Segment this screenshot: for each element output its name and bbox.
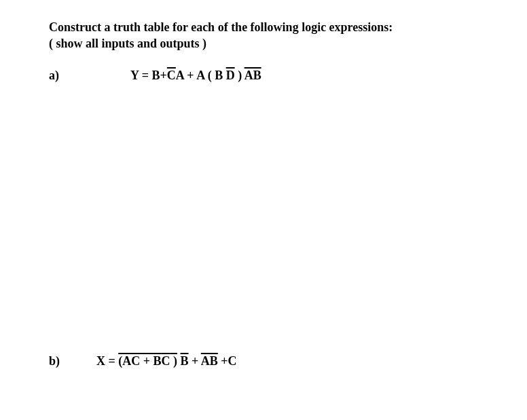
overline-D: D — [226, 69, 235, 82]
problem-b-row: b) X = (AC + BC ) B + AB +C — [49, 354, 478, 369]
document-page: Construct a truth table for each of the … — [0, 0, 527, 420]
expr-text: +C — [218, 354, 237, 368]
expr-text: ) — [235, 69, 244, 82]
overline-group: (AC + BC ) — [118, 354, 177, 368]
expr-text: + — [189, 354, 201, 368]
problem-b-label: b) — [49, 354, 71, 368]
problem-b-expression: X = (AC + BC ) B + AB +C — [96, 354, 237, 369]
overline-B: B — [181, 354, 189, 368]
heading-line-2: ( show all inputs and outputs ) — [49, 37, 206, 50]
overline-C: C — [167, 69, 176, 82]
heading-line-1: Construct a truth table for each of the … — [49, 20, 393, 34]
expr-text: (AC + B — [118, 354, 161, 368]
expr-text: X = — [96, 354, 118, 368]
instruction-heading: Construct a truth table for each of the … — [49, 19, 478, 52]
problem-a-expression: Y = B+CA + A ( B D ) AB — [130, 69, 261, 83]
expr-text: Y = B+ — [130, 69, 167, 82]
overline-AB: AB — [201, 354, 218, 368]
problem-a-label: a) — [49, 69, 71, 83]
problem-a-row: a) Y = B+CA + A ( B D ) AB — [49, 69, 478, 83]
overline-AB: AB — [244, 69, 261, 82]
overline-C-inner: C — [162, 354, 170, 368]
expr-text: ) — [170, 354, 178, 368]
expr-text: A + A ( B — [176, 69, 226, 82]
